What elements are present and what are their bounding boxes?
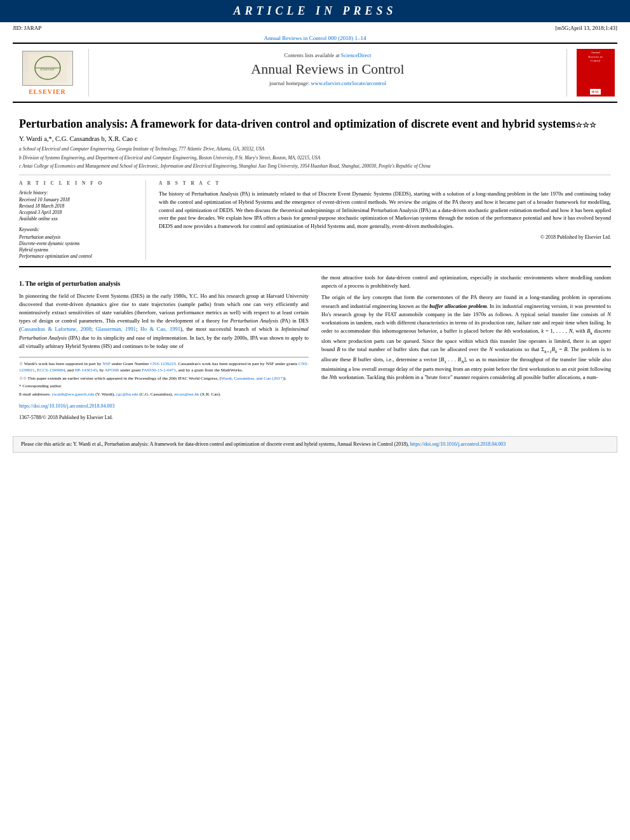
body-right-col: the most attractive tools for data-drive… (321, 274, 611, 425)
article-info-abstract-section: A R T I C L E I N F O Article history: R… (19, 180, 611, 260)
affiliation-b: b Division of Systems Engineering, and D… (19, 154, 611, 161)
star-icons: ☆☆☆ (575, 121, 596, 130)
article-info-heading: A R T I C L E I N F O (19, 180, 136, 186)
cite-text: Please cite this article as: Y. Wardi et… (21, 441, 409, 447)
ifac-logo: IFAC (590, 89, 601, 95)
header-left: Elsevier ELSEVIER (13, 49, 89, 97)
contents-label: Contents lists available at (285, 52, 340, 58)
affiliation-c: c Antai College of Economics and Managem… (19, 163, 611, 170)
elsevier-logo: Elsevier ELSEVIER (22, 51, 73, 95)
divider-affiliations (19, 175, 611, 175)
keywords-section: Keywords: Perturbation analysis Discrete… (19, 227, 136, 259)
contents-line: Contents lists available at ScienceDirec… (102, 52, 554, 58)
jid-label: JID: JARAP (13, 25, 41, 31)
section1-right-text-1: the most attractive tools for data-drive… (321, 274, 611, 290)
cite-doi-link[interactable]: https://doi.org/10.1016/j.arcontrol.2018… (410, 441, 506, 447)
footnote-1: ☆ Wardi's work has been supported in par… (19, 361, 309, 374)
ref-cassandras[interactable]: Cassandras & Lafortune, 2008 (21, 326, 91, 332)
email-cassandras[interactable]: cgc@bu.edu (116, 392, 138, 397)
received-date: Received 10 January 2018 (19, 197, 136, 203)
article-in-press-banner: ARTICLE IN PRESS (0, 0, 630, 22)
authors: Y. Wardi a,*, C.G. Cassandras b, X.R. Ca… (19, 135, 611, 142)
footnote-section: ☆ Wardi's work has been supported in par… (19, 357, 309, 398)
header-center: Contents lists available at ScienceDirec… (89, 49, 566, 97)
keyword-4: Performance optimization and control (19, 253, 136, 259)
abstract-heading: A B S T R A C T (159, 180, 611, 186)
email-cao[interactable]: eecao@ust.hk (174, 392, 199, 397)
section1-left-text: In pioneering the field of Discrete Even… (19, 292, 309, 350)
sciencedirect-link[interactable]: ScienceDirect (341, 52, 372, 58)
body-left-col: 1. The origin of perturbation analysis I… (19, 274, 309, 425)
abstract-col: A B S T R A C T The history of Perturbat… (159, 180, 611, 260)
main-divider (19, 266, 611, 267)
svg-text:Elsevier: Elsevier (39, 67, 55, 72)
article-body: Perturbation analysis: A framework for d… (0, 103, 630, 431)
abstract-text: The history of Perturbation Analysis (PA… (159, 190, 611, 230)
keyword-1: Perturbation analysis (19, 234, 136, 240)
ref-ho[interactable]: Ho & Cao, 1991 (140, 326, 180, 332)
journal-link[interactable]: Annual Reviews in Control 000 (2018) 1–1… (0, 34, 630, 43)
history-title: Article history: (19, 190, 136, 196)
keyword-3: Hybrid systems (19, 247, 136, 253)
affiliations: a School of Electrical and Computer Engi… (19, 145, 611, 170)
ref-glasserman[interactable]: Glasserman, 1991 (95, 326, 136, 332)
volume-label: [m5G;April 13, 2018;1:43] (555, 25, 617, 31)
revised-date: Revised 18 March 2018 (19, 203, 136, 209)
top-meta: JID: JARAP [m5G;April 13, 2018;1:43] (0, 22, 630, 34)
homepage-link[interactable]: www.elsevier.com/locate/arcontrol (311, 80, 386, 86)
footnote-3: * Corresponding author (19, 383, 309, 390)
logo-image: Elsevier (22, 51, 73, 86)
cover-title: AnnualReviews inControl (588, 51, 602, 63)
journal-homepage: journal homepage: www.elsevier.com/locat… (102, 80, 554, 86)
homepage-label: journal homepage: (269, 80, 310, 86)
doi-section: https://doi.org/10.1016/j.arcontrol.2018… (19, 403, 309, 422)
footnote-4: E-mail addresses: ywardi@ece.gatech.edu … (19, 391, 309, 398)
accepted-date: Accepted 3 April 2018 (19, 210, 136, 215)
available-online: Available online xxx (19, 216, 136, 222)
footnote-2: ☆☆ This paper extends an earlier version… (19, 375, 309, 382)
journal-cover: AnnualReviews inControl IFAC (577, 49, 615, 97)
journal-title: Annual Reviews in Control (102, 61, 554, 77)
header-right: AnnualReviews inControl IFAC (566, 49, 617, 97)
two-col-body: 1. The origin of perturbation analysis I… (19, 274, 611, 425)
email-wardi[interactable]: ywardi@ece.gatech.edu (51, 392, 94, 397)
keyword-2: Discrete-event dynamic systems (19, 241, 136, 246)
affiliation-a: a School of Electrical and Computer Engi… (19, 145, 611, 152)
header-section: Elsevier ELSEVIER Contents lists availab… (13, 43, 617, 103)
article-info-col: A R T I C L E I N F O Article history: R… (19, 180, 146, 260)
doi-link[interactable]: https://doi.org/10.1016/j.arcontrol.2018… (19, 403, 115, 409)
section1-right-text-2: The origin of the key concepts that form… (321, 293, 611, 382)
article-history: Article history: Received 10 January 201… (19, 190, 136, 222)
copyright-line: © 2018 Published by Elsevier Ltd. (159, 234, 611, 240)
branch-word: branch (234, 326, 249, 332)
keywords-title: Keywords: (19, 227, 136, 232)
issn-text: 1367-5788/© 2018 Published by Elsevier L… (19, 414, 309, 422)
section1-title: 1. The origin of perturbation analysis (19, 279, 309, 289)
article-title: Perturbation analysis: A framework for d… (19, 117, 611, 131)
journal-link-anchor[interactable]: Annual Reviews in Control 000 (2018) 1–1… (264, 35, 366, 41)
cite-box: Please cite this article as: Y. Wardi et… (13, 436, 617, 453)
elsevier-text: ELSEVIER (29, 88, 66, 95)
